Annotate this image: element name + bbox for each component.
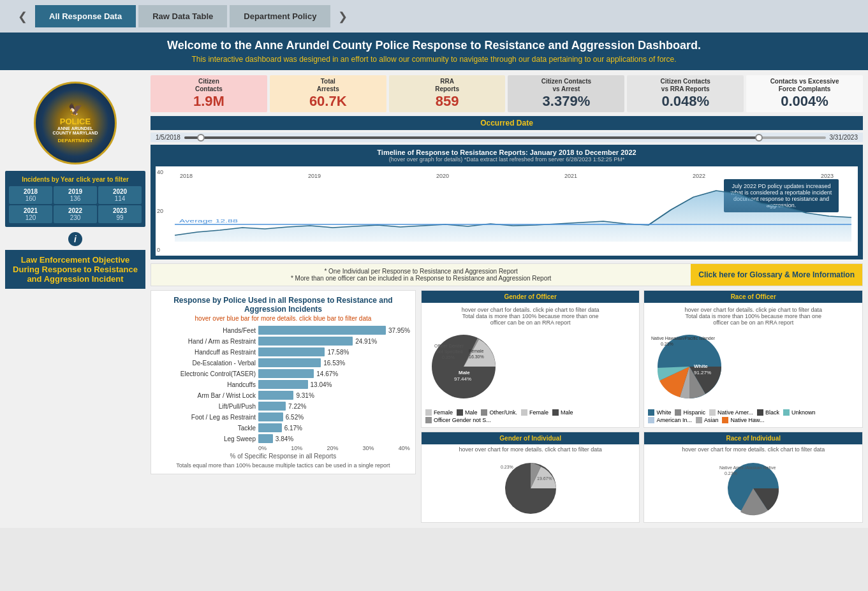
bar-wrap-7: 7.22% (258, 402, 410, 411)
legend-color-female (425, 409, 432, 416)
year-count: 136 (55, 195, 96, 202)
bar-label-5: Handcuffs (156, 381, 258, 388)
officer-race-pie[interactable]: Native Hawaiian/Pacific Islander 0.23% W… (648, 328, 731, 407)
legend-label-american-in: American In... (656, 417, 692, 423)
bar-row-5: Handcuffs 13.04% (156, 380, 410, 389)
slider-thumb-left[interactable] (197, 134, 205, 142)
bar-fill-8[interactable] (258, 412, 283, 421)
stat-card-0: CitizenContacts 1.9M (151, 75, 267, 112)
nav-prev-arrow[interactable]: ❮ (13, 7, 33, 26)
bar-x-label: % of Specific Response in all Reports (156, 453, 410, 460)
individual-gender-svg: 0.23% 19.67% (496, 460, 566, 517)
legend-female-2: Female (521, 409, 548, 416)
bar-fill-0[interactable] (258, 326, 386, 335)
legend-color-hispanic (675, 409, 681, 416)
officer-gender-svg: Male 97.44% Female 16.30% Officer Gender… (425, 328, 502, 405)
timeline-box: Timeline of Response to Resistance Repor… (151, 145, 863, 259)
glossary-button[interactable]: Click here for Glossary & More Informati… (691, 264, 862, 286)
legend-label-asian: Asian (704, 417, 719, 423)
tab-department-policy[interactable]: Department Policy (230, 5, 330, 27)
bar-wrap-4: 14.67% (258, 369, 410, 378)
stat-value-3: 3.379% (509, 93, 623, 110)
bar-fill-9[interactable] (258, 423, 282, 432)
year-label: 2022 (55, 207, 96, 214)
bar-row-0: Hands/Feet 37.95% (156, 326, 410, 335)
legend-color-black (757, 409, 763, 416)
legend-color-other (481, 409, 487, 416)
slider-end-date: 3/31/2023 (830, 134, 858, 141)
stat-value-1: 60.7K (271, 93, 385, 110)
individual-gender-panel: Gender of Individual hover over chart fo… (421, 432, 640, 523)
bar-chart-subtitle: hover over blue bar for more details. cl… (156, 315, 410, 322)
officer-row: Gender of Officer hover over chart for d… (421, 290, 863, 428)
law-enforcement-label: Law Enforcement Objective During Respons… (13, 255, 138, 284)
bar-val-6: 9.31% (296, 392, 314, 399)
svg-text:19.67%: 19.67% (537, 476, 552, 481)
officer-gender-pie[interactable]: Male 97.44% Female 16.30% Officer Gender… (425, 328, 502, 407)
svg-text:Male: Male (459, 370, 470, 376)
slider-thumb-right[interactable] (755, 134, 763, 142)
year-count: 230 (55, 214, 96, 221)
legend-label-white: White (656, 409, 671, 416)
year-label: 2020 (99, 188, 140, 195)
individual-race-subtitle: hover over chart for more details. click… (644, 444, 862, 455)
officer-race-panel: Race of Officer hover over chart for det… (644, 290, 863, 428)
tab-raw-data[interactable]: Raw Data Table (138, 5, 227, 27)
bar-fill-10[interactable] (258, 434, 273, 443)
bar-row-7: Lift/Pull/Push 7.22% (156, 402, 410, 411)
year-item-2022[interactable]: 2022230 (54, 205, 97, 223)
svg-text:not Specified: not Specified (437, 349, 463, 354)
bar-fill-7[interactable] (258, 402, 286, 411)
stat-value-0: 1.9M (152, 93, 266, 110)
stat-card-2: RRAReports 859 (389, 75, 506, 112)
bar-fill-3[interactable] (258, 358, 321, 367)
legend-unknown: Unknown (783, 409, 816, 416)
info-icon[interactable]: i (68, 232, 82, 246)
nav-next-arrow[interactable]: ❯ (333, 7, 353, 26)
tab-all-response[interactable]: All Response Data (35, 5, 136, 27)
year-item-2018[interactable]: 2018160 (9, 186, 52, 204)
timeline-title: Timeline of Response to Resistance Repor… (156, 149, 858, 156)
stat-card-3: Citizen Contactsvs Arrest 3.379% (508, 75, 624, 112)
year-item-2021[interactable]: 2021120 (9, 205, 52, 223)
year-item-2019[interactable]: 2019136 (54, 186, 97, 204)
incidents-box: Incidents by Year click year to filter 2… (5, 171, 145, 227)
legend-hispanic: Hispanic (675, 409, 705, 416)
year-item-2020[interactable]: 2020114 (98, 186, 142, 204)
incidents-click-label: click year to filter (77, 176, 129, 183)
bar-fill-2[interactable] (258, 347, 325, 356)
legend-color-asian (696, 417, 702, 423)
bar-chart-panel: Response by Police Used in all Response … (151, 290, 416, 523)
bar-fill-6[interactable] (258, 391, 293, 400)
year-count: 114 (99, 195, 140, 202)
y-label-0: 0 (157, 247, 163, 253)
officer-race-subtitle: hover over chart for details. click pie … (648, 307, 858, 326)
legend-color-female2 (521, 409, 527, 416)
bar-fill-5[interactable] (258, 380, 308, 389)
bar-label-0: Hands/Feet (156, 327, 258, 334)
timeline-svg: Average 12.88 (175, 171, 851, 242)
bar-label-9: Tackle (156, 425, 258, 432)
year-item-2023[interactable]: 202399 (98, 205, 142, 223)
legend-label-black: Black (765, 409, 779, 416)
year-grid: 2018160201913620201142021120202223020239… (9, 186, 142, 223)
officer-gender-subtitle: hover over chart for details. click pie … (425, 307, 636, 326)
bar-label-4: Electronic Control(TASER) (156, 370, 258, 377)
slider-fill (184, 136, 761, 139)
bar-val-1: 24.91% (355, 338, 377, 345)
officer-race-pie-area: Native Hawaiian/Pacific Islander 0.23% W… (648, 328, 858, 407)
date-slider[interactable]: 1/5/2018 3/31/2023 (151, 133, 863, 142)
svg-text:White: White (694, 363, 708, 369)
bar-chart-rows: Hands/Feet 37.95% Hand / Arm as Restrain… (156, 326, 410, 443)
bar-fill-4[interactable] (258, 369, 314, 378)
individual-row: Gender of Individual hover over chart fo… (421, 432, 863, 523)
bar-wrap-2: 17.58% (258, 347, 410, 356)
bar-row-6: Arm Bar / Wrist Lock 9.31% (156, 391, 410, 400)
bar-fill-1[interactable] (258, 337, 353, 346)
year-label: 2019 (55, 188, 96, 195)
slider-bar[interactable] (184, 136, 826, 139)
right-panel: CitizenContacts 1.9M TotalArrests 60.7K … (151, 75, 863, 523)
legend-label-other: Other/Unk. (489, 409, 517, 416)
top-nav: ❮ All Response Data Raw Data Table Depar… (0, 0, 868, 33)
legend-color-white (648, 409, 654, 416)
